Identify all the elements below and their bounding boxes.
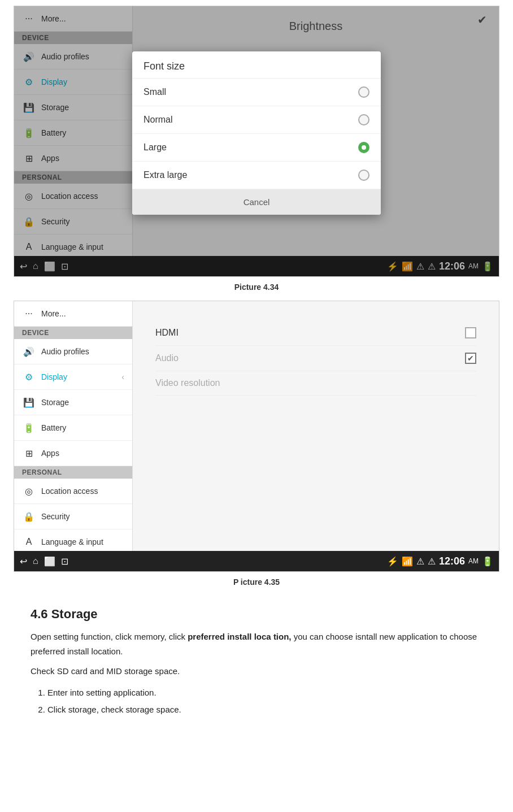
section-title: 4.6 Storage [31, 607, 482, 622]
display-label-2: Display [41, 372, 67, 381]
audio-checkbox[interactable]: ✔ [465, 353, 476, 364]
hdmi-area: HDMI Audio ✔ Video resolution [144, 309, 488, 407]
dialog-title: Font size [132, 51, 381, 79]
personal-header-2: PERSONAL [14, 466, 132, 479]
caption-1: Picture 4.34 [14, 283, 499, 292]
screenshot-icon-2[interactable]: ⊡ [61, 556, 68, 567]
warning-icon-2: ⚠ [416, 556, 424, 567]
chevron-display-2: ‹ [121, 372, 124, 381]
font-size-dialog[interactable]: Font size Small Normal Large Extra large [132, 51, 381, 215]
signal-icon-2: 📶 [402, 556, 413, 567]
audio-profiles-label-2: Audio profiles [41, 347, 89, 356]
sidebar-item-battery-2[interactable]: 🔋 Battery [14, 415, 132, 441]
home-icon-2[interactable]: ⌂ [33, 556, 38, 566]
dialog-option-small[interactable]: Small [132, 79, 381, 106]
cancel-button[interactable]: Cancel [132, 189, 381, 215]
list-item-1: Enter into setting application. [47, 684, 482, 701]
security-label-2: Security [41, 512, 70, 521]
page-section: 4.6 Storage Open setting function, click… [14, 596, 499, 730]
audio-icon-2: 🔊 [22, 345, 36, 358]
status-bar-2: ↩ ⌂ ⬜ ⊡ ⚡ 📶 ⚠ ⚠ 12:06 AM 🔋 [14, 551, 499, 571]
sidebar-item-apps-2[interactable]: ⊞ Apps [14, 441, 132, 466]
display-icon-2: ⚙ [22, 370, 36, 384]
list-item-2: Click storage, check storage space. [47, 701, 482, 718]
screen1: ··· More... DEVICE 🔊 Audio profiles ⚙ Di… [14, 6, 499, 277]
battery-label-2: Battery [41, 423, 66, 432]
hdmi-label: HDMI [155, 328, 179, 338]
more-label-2: More... [41, 309, 66, 318]
battery-status-icon-2: 🔋 [482, 556, 493, 567]
battery-icon-2: 🔋 [22, 421, 36, 435]
sidebar-item-display-2[interactable]: ⚙ Display ‹ [14, 364, 132, 390]
apps-label-2: Apps [41, 449, 59, 458]
recents-icon-2[interactable]: ⬜ [44, 556, 55, 567]
caption-2: P icture 4.35 [14, 577, 499, 587]
storage-icon-2: 💾 [22, 396, 36, 409]
option-large-label: Large [144, 142, 167, 153]
device-header-2: DEVICE [14, 327, 132, 339]
video-resolution-label: Video resolution [155, 378, 220, 388]
ampm-2: AM [468, 557, 479, 565]
warning2-icon-2: ⚠ [428, 556, 436, 567]
sidebar-item-audio-profiles-2[interactable]: 🔊 Audio profiles [14, 339, 132, 364]
location-label-2: Location access [41, 487, 98, 496]
option-small-label: Small [144, 87, 166, 97]
dialog-option-normal[interactable]: Normal [132, 106, 381, 134]
dialog-option-extra-large[interactable]: Extra large [132, 162, 381, 189]
main-area-2: HDMI Audio ✔ Video resolution [133, 301, 499, 572]
sidebar-item-security-2[interactable]: 🔒 Security [14, 504, 132, 529]
sidebar-item-more-2[interactable]: ··· More... [14, 301, 132, 327]
section-paragraph-1: Open setting function, click memory, cli… [31, 629, 482, 658]
dialog-option-large[interactable]: Large [132, 134, 381, 162]
usb-icon-2: ⚡ [387, 556, 398, 567]
sidebar-2: ··· More... DEVICE 🔊 Audio profiles ⚙ Di… [14, 301, 133, 571]
section-paragraph-2: Check SD card and MID storage space. [31, 664, 482, 679]
location-icon-2: ◎ [22, 484, 36, 498]
security-icon-2: 🔒 [22, 510, 36, 523]
hdmi-row: HDMI [155, 320, 476, 346]
radio-large[interactable] [358, 142, 369, 153]
screen2: ··· More... DEVICE 🔊 Audio profiles ⚙ Di… [14, 301, 499, 572]
numbered-list: Enter into setting application. Click st… [31, 684, 482, 718]
status-bar-right-2: ⚡ 📶 ⚠ ⚠ 12:06 AM 🔋 [387, 555, 493, 567]
sidebar-item-location-2[interactable]: ◎ Location access [14, 479, 132, 504]
audio-row: Audio ✔ [155, 346, 476, 371]
apps-icon-2: ⊞ [22, 446, 36, 460]
font-size-dialog-overlay: Font size Small Normal Large Extra large [14, 6, 499, 276]
radio-small[interactable] [358, 86, 369, 98]
sidebar-item-storage-2[interactable]: 💾 Storage [14, 390, 132, 415]
radio-normal[interactable] [358, 114, 369, 125]
video-resolution-row: Video resolution [155, 371, 476, 396]
language-icon-2: A [22, 535, 36, 549]
language-label-2: Language & input [41, 537, 103, 546]
more-icon-2: ··· [22, 307, 36, 320]
radio-extra-large[interactable] [358, 170, 369, 181]
back-icon-2[interactable]: ↩ [20, 556, 27, 567]
option-extra-large-label: Extra large [144, 170, 187, 180]
audio-label: Audio [155, 353, 179, 363]
hdmi-checkbox[interactable] [465, 327, 476, 338]
storage-label-2: Storage [41, 398, 69, 407]
status-bar-left-2: ↩ ⌂ ⬜ ⊡ [20, 556, 68, 567]
option-normal-label: Normal [144, 115, 173, 125]
time-2: 12:06 [439, 555, 465, 567]
